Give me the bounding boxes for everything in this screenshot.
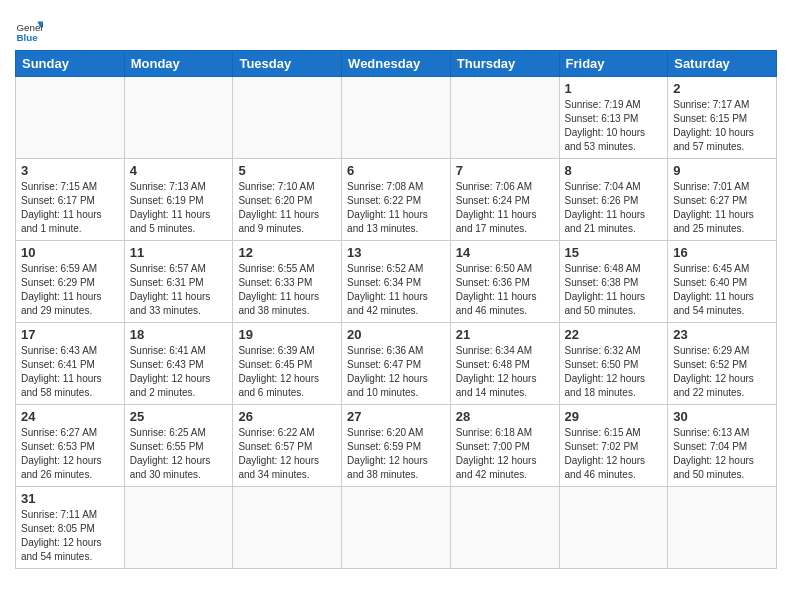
week-row-2: 3Sunrise: 7:15 AM Sunset: 6:17 PM Daylig…: [16, 159, 777, 241]
calendar-cell-4-6: 30Sunrise: 6:13 AM Sunset: 7:04 PM Dayli…: [668, 405, 777, 487]
calendar-cell-0-1: [124, 77, 233, 159]
day-info: Sunrise: 6:45 AM Sunset: 6:40 PM Dayligh…: [673, 262, 771, 318]
calendar-cell-0-3: [342, 77, 451, 159]
weekday-thursday: Thursday: [450, 51, 559, 77]
day-number: 6: [347, 163, 445, 178]
calendar-cell-0-5: 1Sunrise: 7:19 AM Sunset: 6:13 PM Daylig…: [559, 77, 668, 159]
day-number: 14: [456, 245, 554, 260]
day-number: 4: [130, 163, 228, 178]
calendar-cell-5-3: [342, 487, 451, 569]
calendar-cell-5-2: [233, 487, 342, 569]
page-header: General Blue: [15, 10, 777, 44]
calendar-cell-2-2: 12Sunrise: 6:55 AM Sunset: 6:33 PM Dayli…: [233, 241, 342, 323]
day-info: Sunrise: 6:34 AM Sunset: 6:48 PM Dayligh…: [456, 344, 554, 400]
day-number: 2: [673, 81, 771, 96]
weekday-monday: Monday: [124, 51, 233, 77]
day-number: 17: [21, 327, 119, 342]
day-number: 3: [21, 163, 119, 178]
calendar-cell-4-4: 28Sunrise: 6:18 AM Sunset: 7:00 PM Dayli…: [450, 405, 559, 487]
day-info: Sunrise: 6:27 AM Sunset: 6:53 PM Dayligh…: [21, 426, 119, 482]
calendar-cell-0-6: 2Sunrise: 7:17 AM Sunset: 6:15 PM Daylig…: [668, 77, 777, 159]
day-number: 31: [21, 491, 119, 506]
day-info: Sunrise: 6:52 AM Sunset: 6:34 PM Dayligh…: [347, 262, 445, 318]
day-number: 24: [21, 409, 119, 424]
calendar-cell-0-4: [450, 77, 559, 159]
day-info: Sunrise: 6:43 AM Sunset: 6:41 PM Dayligh…: [21, 344, 119, 400]
week-row-5: 24Sunrise: 6:27 AM Sunset: 6:53 PM Dayli…: [16, 405, 777, 487]
calendar-cell-2-0: 10Sunrise: 6:59 AM Sunset: 6:29 PM Dayli…: [16, 241, 125, 323]
day-number: 7: [456, 163, 554, 178]
day-number: 9: [673, 163, 771, 178]
day-info: Sunrise: 6:50 AM Sunset: 6:36 PM Dayligh…: [456, 262, 554, 318]
calendar-table: SundayMondayTuesdayWednesdayThursdayFrid…: [15, 50, 777, 569]
day-number: 22: [565, 327, 663, 342]
day-number: 10: [21, 245, 119, 260]
calendar-cell-2-6: 16Sunrise: 6:45 AM Sunset: 6:40 PM Dayli…: [668, 241, 777, 323]
day-info: Sunrise: 6:55 AM Sunset: 6:33 PM Dayligh…: [238, 262, 336, 318]
day-info: Sunrise: 7:04 AM Sunset: 6:26 PM Dayligh…: [565, 180, 663, 236]
day-info: Sunrise: 6:20 AM Sunset: 6:59 PM Dayligh…: [347, 426, 445, 482]
day-number: 12: [238, 245, 336, 260]
day-info: Sunrise: 7:17 AM Sunset: 6:15 PM Dayligh…: [673, 98, 771, 154]
day-number: 11: [130, 245, 228, 260]
calendar-cell-5-6: [668, 487, 777, 569]
weekday-sunday: Sunday: [16, 51, 125, 77]
calendar-cell-3-5: 22Sunrise: 6:32 AM Sunset: 6:50 PM Dayli…: [559, 323, 668, 405]
weekday-header-row: SundayMondayTuesdayWednesdayThursdayFrid…: [16, 51, 777, 77]
day-number: 25: [130, 409, 228, 424]
day-info: Sunrise: 6:22 AM Sunset: 6:57 PM Dayligh…: [238, 426, 336, 482]
day-number: 18: [130, 327, 228, 342]
day-number: 20: [347, 327, 445, 342]
day-info: Sunrise: 6:13 AM Sunset: 7:04 PM Dayligh…: [673, 426, 771, 482]
calendar-cell-3-1: 18Sunrise: 6:41 AM Sunset: 6:43 PM Dayli…: [124, 323, 233, 405]
day-number: 13: [347, 245, 445, 260]
calendar-cell-1-5: 8Sunrise: 7:04 AM Sunset: 6:26 PM Daylig…: [559, 159, 668, 241]
calendar-cell-1-2: 5Sunrise: 7:10 AM Sunset: 6:20 PM Daylig…: [233, 159, 342, 241]
day-info: Sunrise: 6:29 AM Sunset: 6:52 PM Dayligh…: [673, 344, 771, 400]
day-number: 26: [238, 409, 336, 424]
day-number: 1: [565, 81, 663, 96]
day-info: Sunrise: 6:59 AM Sunset: 6:29 PM Dayligh…: [21, 262, 119, 318]
week-row-6: 31Sunrise: 7:11 AM Sunset: 8:05 PM Dayli…: [16, 487, 777, 569]
calendar-cell-1-6: 9Sunrise: 7:01 AM Sunset: 6:27 PM Daylig…: [668, 159, 777, 241]
day-number: 8: [565, 163, 663, 178]
calendar-cell-2-3: 13Sunrise: 6:52 AM Sunset: 6:34 PM Dayli…: [342, 241, 451, 323]
logo: General Blue: [15, 10, 47, 44]
day-info: Sunrise: 7:13 AM Sunset: 6:19 PM Dayligh…: [130, 180, 228, 236]
calendar-cell-4-2: 26Sunrise: 6:22 AM Sunset: 6:57 PM Dayli…: [233, 405, 342, 487]
day-info: Sunrise: 7:01 AM Sunset: 6:27 PM Dayligh…: [673, 180, 771, 236]
day-info: Sunrise: 6:25 AM Sunset: 6:55 PM Dayligh…: [130, 426, 228, 482]
day-info: Sunrise: 7:08 AM Sunset: 6:22 PM Dayligh…: [347, 180, 445, 236]
day-info: Sunrise: 6:18 AM Sunset: 7:00 PM Dayligh…: [456, 426, 554, 482]
calendar-cell-0-0: [16, 77, 125, 159]
day-number: 21: [456, 327, 554, 342]
calendar-cell-3-0: 17Sunrise: 6:43 AM Sunset: 6:41 PM Dayli…: [16, 323, 125, 405]
calendar-cell-3-6: 23Sunrise: 6:29 AM Sunset: 6:52 PM Dayli…: [668, 323, 777, 405]
calendar-cell-4-3: 27Sunrise: 6:20 AM Sunset: 6:59 PM Dayli…: [342, 405, 451, 487]
calendar-cell-5-4: [450, 487, 559, 569]
weekday-wednesday: Wednesday: [342, 51, 451, 77]
day-number: 28: [456, 409, 554, 424]
day-info: Sunrise: 7:19 AM Sunset: 6:13 PM Dayligh…: [565, 98, 663, 154]
calendar-cell-4-1: 25Sunrise: 6:25 AM Sunset: 6:55 PM Dayli…: [124, 405, 233, 487]
svg-text:Blue: Blue: [16, 32, 38, 43]
day-info: Sunrise: 6:32 AM Sunset: 6:50 PM Dayligh…: [565, 344, 663, 400]
day-info: Sunrise: 7:15 AM Sunset: 6:17 PM Dayligh…: [21, 180, 119, 236]
day-number: 30: [673, 409, 771, 424]
day-info: Sunrise: 7:10 AM Sunset: 6:20 PM Dayligh…: [238, 180, 336, 236]
calendar-cell-2-5: 15Sunrise: 6:48 AM Sunset: 6:38 PM Dayli…: [559, 241, 668, 323]
day-info: Sunrise: 7:11 AM Sunset: 8:05 PM Dayligh…: [21, 508, 119, 564]
week-row-4: 17Sunrise: 6:43 AM Sunset: 6:41 PM Dayli…: [16, 323, 777, 405]
day-info: Sunrise: 7:06 AM Sunset: 6:24 PM Dayligh…: [456, 180, 554, 236]
day-number: 27: [347, 409, 445, 424]
calendar-cell-2-4: 14Sunrise: 6:50 AM Sunset: 6:36 PM Dayli…: [450, 241, 559, 323]
week-row-3: 10Sunrise: 6:59 AM Sunset: 6:29 PM Dayli…: [16, 241, 777, 323]
day-info: Sunrise: 6:39 AM Sunset: 6:45 PM Dayligh…: [238, 344, 336, 400]
calendar-cell-3-2: 19Sunrise: 6:39 AM Sunset: 6:45 PM Dayli…: [233, 323, 342, 405]
day-info: Sunrise: 6:36 AM Sunset: 6:47 PM Dayligh…: [347, 344, 445, 400]
day-info: Sunrise: 6:57 AM Sunset: 6:31 PM Dayligh…: [130, 262, 228, 318]
calendar-cell-0-2: [233, 77, 342, 159]
day-info: Sunrise: 6:41 AM Sunset: 6:43 PM Dayligh…: [130, 344, 228, 400]
calendar-cell-1-0: 3Sunrise: 7:15 AM Sunset: 6:17 PM Daylig…: [16, 159, 125, 241]
day-info: Sunrise: 6:15 AM Sunset: 7:02 PM Dayligh…: [565, 426, 663, 482]
